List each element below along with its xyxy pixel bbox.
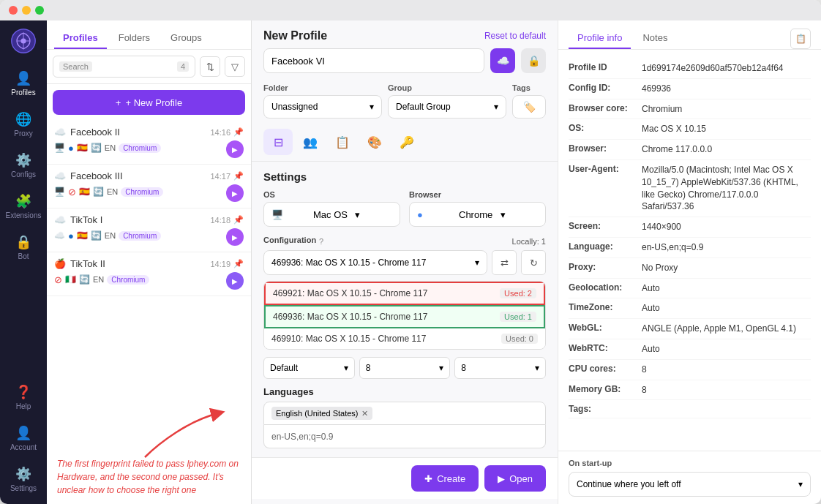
nav-item-settings[interactable]: ⚙️ Settings — [4, 460, 42, 498]
tags-col: Tags 🏷️ — [512, 83, 546, 119]
shuffle-button[interactable]: ⇄ — [492, 250, 517, 275]
search-placeholder: Search — [59, 61, 92, 72]
app-logo — [9, 26, 38, 56]
create-button[interactable]: ✚ Create — [411, 465, 479, 492]
info-row-proxy: Proxy: No Proxy — [569, 258, 811, 279]
pin-icon: 📌 — [233, 215, 244, 225]
info-row-browser: Browser: Chrome 117.0.0.0 — [569, 140, 811, 160]
fingerprint-item-3[interactable]: 469910: Mac OS X 10.15 - Chrome 117 Used… — [264, 328, 545, 349]
new-profile-button[interactable]: + + New Profile — [53, 90, 245, 115]
config-select[interactable]: 469936: Mac OS X 10.15 - Chrome 117 ▾ — [263, 250, 487, 275]
browser-core-value: Chromium — [642, 103, 811, 116]
startup-select[interactable]: Continue where you left off ▾ — [569, 472, 811, 497]
cores-select[interactable]: 8 ▾ — [359, 357, 451, 379]
filter-button[interactable]: ▽ — [225, 56, 245, 77]
sort-button[interactable]: ⇅ — [200, 56, 220, 77]
default-select[interactable]: Default ▾ — [263, 357, 355, 379]
reset-link[interactable]: Reset to default — [484, 31, 546, 41]
sync-icon: 🔄 — [79, 274, 90, 285]
settings-tab-users[interactable]: 👥 — [296, 129, 325, 155]
default-value: Default — [270, 363, 298, 373]
extensions-icon: 🧩 — [15, 193, 31, 209]
sidebar-tab-bar: Profiles Folders Groups — [47, 20, 251, 50]
geolocation-value: Auto — [642, 282, 811, 295]
config-tooltip[interactable]: ? — [319, 237, 323, 246]
close-button[interactable] — [9, 6, 18, 15]
lock-button[interactable]: 🔒 — [521, 48, 546, 73]
profile-item-tiktok-ii[interactable]: 🍎 TikTok II 14:19 📌 ⊘ 🇮🇹 🔄 — [47, 252, 251, 296]
search-box[interactable]: Search 4 — [53, 56, 195, 78]
tags-button[interactable]: 🏷️ — [512, 95, 546, 119]
browser-select[interactable]: ● Chrome ▾ — [409, 202, 546, 227]
settings-tab-security[interactable]: 🔑 — [392, 129, 421, 155]
play-button[interactable]: ▶ — [226, 140, 244, 158]
folder-value: Unassigned — [271, 102, 318, 112]
browser-tag: Chromium — [119, 143, 161, 153]
tab-folders[interactable]: Folders — [110, 28, 159, 49]
nav-item-extensions[interactable]: 🧩 Extensions — [4, 187, 42, 225]
lang-tag-english: English (United States) ✕ — [271, 407, 372, 420]
nav-item-proxy[interactable]: 🌐 Proxy — [4, 105, 42, 143]
profile-name: Facebook II — [70, 127, 120, 138]
tab-profiles[interactable]: Profiles — [54, 28, 107, 49]
fingerprint-item-1[interactable]: 469921: Mac OS X 10.15 - Chrome 117 Used… — [264, 282, 545, 305]
nav-item-configs[interactable]: ⚙️ Configs — [4, 146, 42, 184]
lock-icon: 🔒 — [528, 55, 540, 67]
os-value: Mac OS — [313, 209, 350, 220]
profile-id-value: 1d699174e2609d60af570eb12a4f64 — [642, 62, 811, 75]
used-badge-2: Used: 1 — [500, 312, 536, 322]
timezone-label: TimeZone: — [569, 302, 642, 315]
nav-item-account[interactable]: 👤 Account — [4, 419, 42, 457]
plus-icon: + — [116, 97, 121, 108]
info-row-cpu-cores: CPU cores: 8 — [569, 360, 811, 380]
play-button[interactable]: ▶ — [226, 184, 244, 202]
browser-value: Chrome — [459, 209, 496, 220]
sync-icon: 🔄 — [91, 230, 102, 241]
settings-tab-notes[interactable]: 📋 — [328, 129, 357, 155]
browser-core-label: Browser core: — [569, 103, 642, 116]
lang-tag-remove[interactable]: ✕ — [361, 409, 368, 418]
tab-groups[interactable]: Groups — [162, 28, 211, 49]
group-value: Default Group — [396, 102, 451, 112]
browser-tag: Chromium — [107, 275, 149, 285]
os-info-value: Mac OS X 10.15 — [642, 123, 811, 135]
memory-gb-value: 8 — [642, 384, 811, 396]
nav-item-help[interactable]: ❓ Help — [4, 378, 42, 416]
profile-name-input[interactable] — [263, 48, 484, 73]
languages-title: Languages — [263, 386, 546, 397]
profile-item-facebook-ii[interactable]: ☁️ Facebook II 14:16 📌 🖥️ ● 🇪🇸 — [47, 121, 251, 165]
country-flag: 🇮🇹 — [65, 274, 76, 285]
maximize-button[interactable] — [35, 6, 44, 15]
folder-select[interactable]: Unassigned ▾ — [263, 95, 382, 119]
open-button[interactable]: ▶ Open — [484, 465, 546, 492]
settings-tab-appearance[interactable]: 🎨 — [360, 129, 389, 155]
startup-section: On start-up Continue where you left off … — [558, 451, 821, 504]
app-body: 👤 Profiles 🌐 Proxy ⚙️ Configs 🧩 Extensio… — [0, 20, 821, 504]
nav-item-profiles[interactable]: 👤 Profiles — [4, 64, 42, 102]
profile-name: Facebook III — [70, 170, 123, 181]
tab-notes[interactable]: Notes — [634, 28, 676, 49]
nav-item-configs-label: Configs — [11, 170, 36, 178]
fingerprint-item-2[interactable]: 469936: Mac OS X 10.15 - Chrome 117 Used… — [264, 305, 545, 328]
os-select[interactable]: 🖥️ Mac OS ▾ — [263, 202, 400, 227]
copy-button[interactable]: 📋 — [790, 29, 811, 49]
tab-profile-info[interactable]: Profile info — [569, 28, 631, 49]
nav-item-bot[interactable]: 🔒 Bot — [4, 228, 42, 266]
play-button[interactable]: ▶ — [226, 272, 244, 290]
profile-item-tiktok-i[interactable]: ☁️ TikTok I 14:18 📌 ☁️ ● 🇪🇸 — [47, 208, 251, 252]
pin-icon: 📌 — [233, 171, 244, 181]
lang-input[interactable]: en-US,en;q=0.9 — [263, 425, 546, 448]
settings-tab-general[interactable]: ⊟ — [263, 129, 293, 155]
group-select[interactable]: Default Group ▾ — [388, 95, 506, 119]
play-button[interactable]: ▶ — [226, 228, 244, 246]
cloud-upload-icon: ☁️ — [497, 55, 509, 67]
minimize-button[interactable] — [22, 6, 31, 15]
profile-item-facebook-iii[interactable]: ☁️ Facebook III 14:17 📌 🖥️ ⊘ 🇪🇸 — [47, 165, 251, 208]
refresh-button[interactable]: ↻ — [521, 250, 546, 275]
cloud-icon: ☁️ — [54, 170, 66, 181]
profile-icon-button[interactable]: ☁️ — [490, 48, 515, 73]
sort-icon: ⇅ — [206, 61, 214, 72]
browser-tag: Chromium — [119, 231, 161, 241]
nav-item-profiles-label: Profiles — [11, 89, 35, 97]
memory-select[interactable]: 8 ▾ — [454, 357, 546, 379]
